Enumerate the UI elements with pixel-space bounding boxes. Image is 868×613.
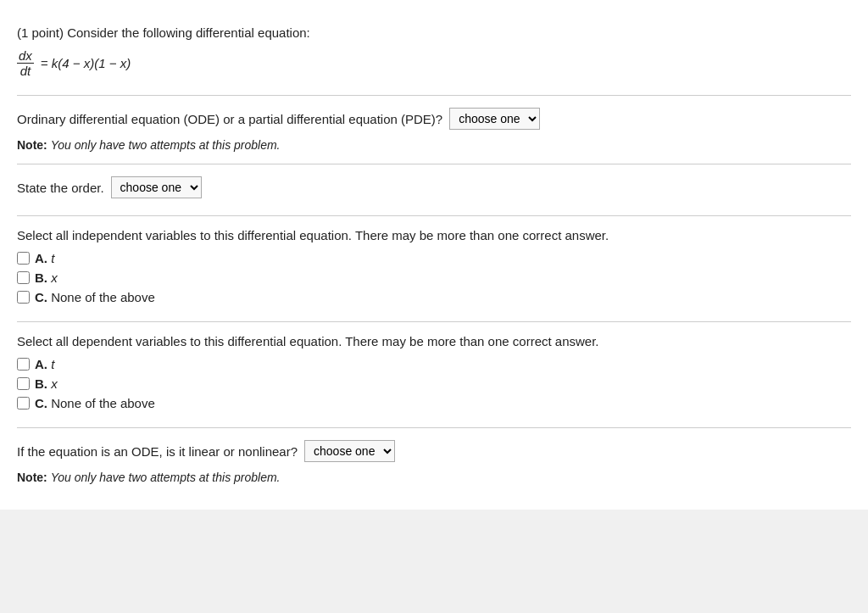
fraction-dx-dt: dx dt [17, 48, 34, 78]
independent-label: Select all independent variables to this… [17, 228, 851, 242]
dependent-checkbox-c[interactable] [17, 397, 30, 410]
linear-dropdown[interactable]: choose one Linear Nonlinear [304, 440, 395, 462]
ode-pde-note: Note: You only have two attempts at this… [17, 138, 851, 152]
equation-block: dx dt = k(4 − x)(1 − x) [17, 48, 851, 78]
question-header: (1 point) Consider the following differe… [17, 25, 851, 40]
dependent-letter-c: C. [35, 396, 47, 410]
independent-option-b: B. x [17, 270, 851, 285]
independent-checkbox-a[interactable] [17, 252, 30, 265]
independent-checkbox-b[interactable] [17, 271, 30, 284]
independent-value-b: x [51, 270, 58, 285]
section-independent: Select all independent variables to this… [17, 216, 851, 322]
dependent-label: Select all dependent variables to this d… [17, 334, 851, 348]
ode-pde-dropdown[interactable]: choose one ODE PDE [449, 108, 540, 130]
independent-letter-a: A. [35, 251, 47, 265]
fraction-denominator: dt [19, 64, 33, 78]
independent-letter-b: B. [35, 270, 47, 285]
note-label-1: Note: [17, 138, 47, 152]
ode-pde-label: Ordinary differential equation (ODE) or … [17, 112, 442, 126]
independent-option-a: A. t [17, 251, 851, 265]
dependent-letter-b: B. [35, 376, 47, 391]
independent-checkbox-c[interactable] [17, 291, 30, 304]
independent-value-a: t [51, 251, 54, 265]
section-linear-nonlinear: If the equation is an ODE, is it linear … [17, 428, 851, 496]
order-dropdown[interactable]: choose one 1st 2nd 3rd [111, 176, 202, 198]
order-row: State the order. choose one 1st 2nd 3rd [17, 176, 851, 198]
equation-rhs: = k(4 − x)(1 − x) [41, 56, 131, 70]
independent-option-c: C. None of the above [17, 290, 851, 304]
dependent-value-b: x [51, 376, 58, 391]
linear-label: If the equation is an ODE, is it linear … [17, 444, 298, 459]
fraction-numerator: dx [17, 48, 34, 64]
dependent-option-a: A. t [17, 357, 851, 371]
section-order: State the order. choose one 1st 2nd 3rd [17, 164, 851, 216]
dependent-checkbox-a[interactable] [17, 358, 30, 371]
note-label-5: Note: [17, 471, 47, 484]
independent-value-c: None of the above [51, 290, 155, 304]
note-text-1: You only have two attempts at this probl… [51, 138, 281, 152]
section-ode-pde: Ordinary differential equation (ODE) or … [17, 96, 851, 164]
dependent-option-c: C. None of the above [17, 396, 851, 410]
dependent-option-b: B. x [17, 376, 851, 391]
note-text-5: You only have two attempts at this probl… [51, 471, 281, 484]
dependent-checkbox-b[interactable] [17, 377, 30, 390]
section-dependent: Select all dependent variables to this d… [17, 322, 851, 428]
ode-pde-row: Ordinary differential equation (ODE) or … [17, 108, 851, 130]
independent-letter-c: C. [35, 290, 47, 304]
order-label: State the order. [17, 181, 104, 195]
linear-note: Note: You only have two attempts at this… [17, 471, 851, 484]
dependent-value-a: t [51, 357, 54, 371]
dependent-options: A. t B. x C. None of the above [17, 357, 851, 410]
linear-row: If the equation is an ODE, is it linear … [17, 440, 851, 462]
independent-options: A. t B. x C. None of the above [17, 251, 851, 304]
dependent-letter-a: A. [35, 357, 47, 371]
dependent-value-c: None of the above [51, 396, 155, 410]
